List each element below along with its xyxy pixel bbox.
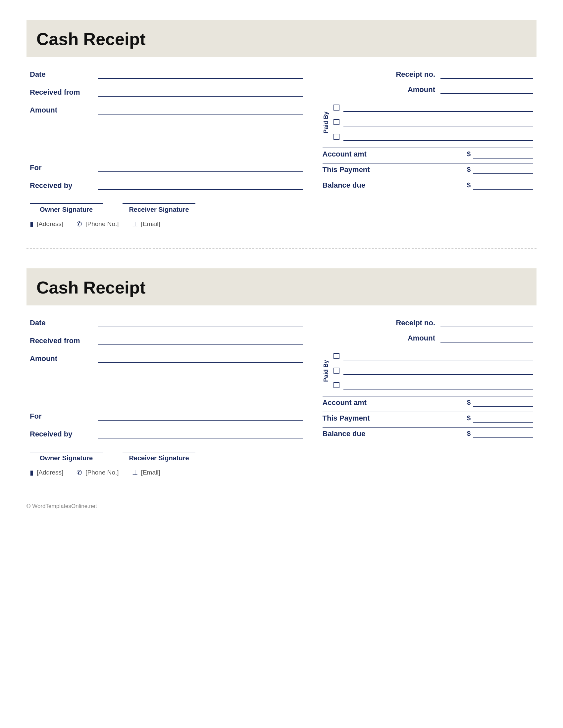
- for-row-2: For: [30, 412, 303, 421]
- date-line-1[interactable]: [98, 71, 303, 79]
- paid-by-option-1-1: [334, 104, 533, 112]
- receipt-no-label-1: Receipt no.: [396, 70, 435, 79]
- paid-by-line-2-3[interactable]: [344, 382, 533, 389]
- owner-signature-label-2: Owner Signature: [40, 454, 93, 462]
- paid-by-line-2-1[interactable]: [344, 352, 533, 360]
- address-text-1: [Address]: [37, 220, 63, 228]
- email-icon-2: ⊥: [132, 469, 138, 477]
- received-by-line-2[interactable]: [98, 431, 303, 438]
- amount-right-line-2[interactable]: [441, 335, 533, 342]
- dollar-2-1: $: [467, 399, 471, 406]
- account-amt-row-1: Account amt $: [323, 148, 533, 159]
- amount-right-line-1[interactable]: [441, 86, 533, 94]
- date-label-2: Date: [30, 319, 93, 327]
- received-from-line-2[interactable]: [98, 337, 303, 345]
- signatures-row-2: Owner Signature Receiver Signature: [30, 452, 303, 462]
- date-row-1: Date: [30, 70, 303, 79]
- for-row-1: For: [30, 163, 303, 172]
- paid-by-options-1: [334, 104, 533, 141]
- paid-by-line-1-2[interactable]: [344, 118, 533, 126]
- balance-due-label-2: Balance due: [323, 430, 366, 438]
- amount-label-2: Amount: [30, 354, 93, 363]
- paid-by-label-2: Paid By: [323, 360, 330, 382]
- dollar-1-3: $: [467, 181, 471, 189]
- received-from-line-1[interactable]: [98, 89, 303, 97]
- for-label-1: For: [30, 163, 93, 172]
- email-text-1: [Email]: [141, 220, 160, 228]
- phone-icon-1: ✆: [76, 220, 82, 228]
- address-icon-2: ▮: [30, 469, 33, 477]
- right-section-1: Receipt no. Amount Paid By: [323, 70, 533, 228]
- footer-phone-1: ✆ [Phone No.]: [76, 220, 118, 228]
- checkbox-1-2[interactable]: [334, 119, 340, 125]
- account-amt-value-1: $: [467, 150, 533, 159]
- this-payment-label-2: This Payment: [323, 414, 370, 423]
- receipt-body-2: Date Received from Amount For Received b…: [26, 319, 537, 477]
- received-from-label-1: Received from: [30, 88, 93, 97]
- owner-signature-line-2[interactable]: [30, 452, 103, 452]
- copyright: © WordTemplatesOnline.net: [26, 496, 537, 510]
- receipt-body-1: Date Received from Amount For Received b…: [26, 70, 537, 228]
- paid-by-option-1-3: [334, 133, 533, 141]
- receipt-no-line-1[interactable]: [441, 71, 533, 79]
- paid-by-line-1-1[interactable]: [344, 104, 533, 112]
- receipt-header-2: Cash Receipt: [26, 268, 537, 305]
- receiver-signature-line-2[interactable]: [122, 452, 195, 452]
- checkbox-2-2[interactable]: [334, 368, 340, 374]
- account-amt-row-2: Account amt $: [323, 396, 533, 407]
- receiver-signature-line-1[interactable]: [122, 203, 195, 204]
- paid-by-option-2-2: [334, 367, 533, 375]
- paid-by-option-2-3: [334, 382, 533, 389]
- paid-by-container-1: Paid By: [323, 104, 533, 141]
- dollar-1-2: $: [467, 166, 471, 173]
- received-by-line-1[interactable]: [98, 182, 303, 190]
- receiver-signature-label-1: Receiver Signature: [129, 206, 189, 213]
- balance-due-line-1[interactable]: [473, 182, 533, 190]
- amount-right-label-2: Amount: [408, 334, 435, 342]
- checkbox-1-3[interactable]: [334, 134, 340, 140]
- amount-right-row-2: Amount: [323, 334, 533, 342]
- received-from-row-2: Received from: [30, 337, 303, 345]
- paid-by-option-1-2: [334, 118, 533, 126]
- receipt-no-label-2: Receipt no.: [396, 319, 435, 327]
- footer-address-2: ▮ [Address]: [30, 469, 63, 477]
- account-amt-line-2[interactable]: [473, 399, 533, 407]
- owner-signature-block-1: Owner Signature: [30, 203, 103, 213]
- checkbox-2-1[interactable]: [334, 353, 340, 359]
- owner-signature-block-2: Owner Signature: [30, 452, 103, 462]
- received-by-label-1: Received by: [30, 181, 93, 190]
- phone-icon-2: ✆: [76, 469, 82, 477]
- amount-line-2[interactable]: [98, 355, 303, 363]
- spacer-1: [30, 124, 303, 163]
- checkbox-1-1[interactable]: [334, 105, 340, 111]
- received-from-label-2: Received from: [30, 337, 93, 345]
- checkbox-2-3[interactable]: [334, 382, 340, 388]
- amount-line-1[interactable]: [98, 107, 303, 114]
- owner-signature-line-1[interactable]: [30, 203, 103, 204]
- date-line-2[interactable]: [98, 319, 303, 327]
- date-label-1: Date: [30, 70, 93, 79]
- amount-row-2: Amount: [30, 354, 303, 363]
- for-line-2[interactable]: [98, 413, 303, 421]
- this-payment-line-2[interactable]: [473, 415, 533, 423]
- this-payment-row-1: This Payment $: [323, 163, 533, 174]
- footer-row-2: ▮ [Address] ✆ [Phone No.] ⊥ [Email]: [30, 469, 303, 477]
- paid-by-line-1-3[interactable]: [344, 133, 533, 141]
- paid-by-option-2-1: [334, 352, 533, 360]
- account-amt-line-1[interactable]: [473, 151, 533, 159]
- receipt-no-line-2[interactable]: [441, 319, 533, 327]
- footer-email-1: ⊥ [Email]: [132, 220, 160, 228]
- for-line-1[interactable]: [98, 164, 303, 172]
- received-by-row-1: Received by: [30, 181, 303, 190]
- receipt-title-1: Cash Receipt: [36, 29, 527, 49]
- this-payment-line-1[interactable]: [473, 166, 533, 174]
- receipt-block-1: Cash Receipt Date Received from Amount F…: [26, 20, 537, 228]
- account-amt-label-1: Account amt: [323, 150, 367, 159]
- dollar-2-3: $: [467, 430, 471, 437]
- for-label-2: For: [30, 412, 93, 421]
- balance-due-line-2[interactable]: [473, 430, 533, 438]
- footer-row-1: ▮ [Address] ✆ [Phone No.] ⊥ [Email]: [30, 220, 303, 228]
- paid-by-line-2-2[interactable]: [344, 367, 533, 375]
- owner-signature-label-1: Owner Signature: [40, 206, 93, 213]
- spacer-2: [30, 372, 303, 412]
